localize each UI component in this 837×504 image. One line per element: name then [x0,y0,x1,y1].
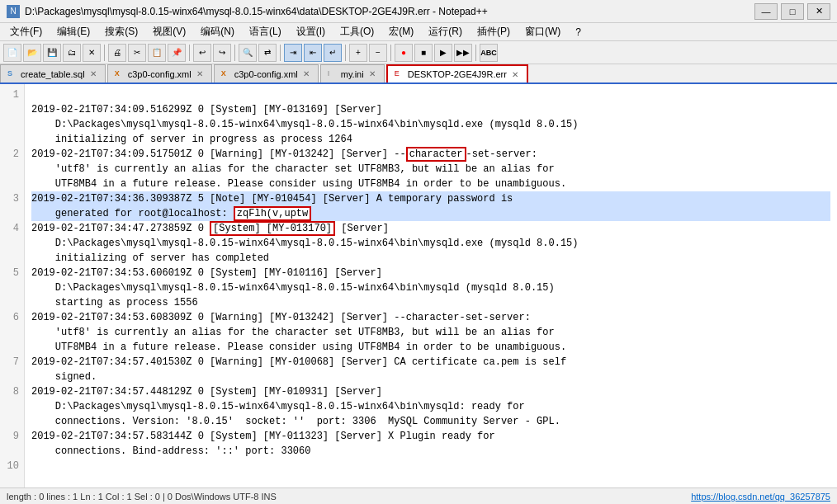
highlight-character: character [406,147,466,162]
close-button[interactable]: ✕ [807,3,830,20]
toolbar-paste[interactable]: 📌 [168,44,186,62]
menu-file[interactable]: 文件(F) [3,23,49,40]
title-bar-left: N D:\Packages\mysql\mysql-8.0.15-winx64\… [7,5,488,18]
toolbar: 📄 📂 💾 🗂 ✕ 🖨 ✂ 📋 📌 ↩ ↪ 🔍 ⇄ ⇥ ⇤ ↵ + − ● ■ … [0,41,837,64]
toolbar-abc[interactable]: ABC [480,44,498,62]
toolbar-save[interactable]: 💾 [43,44,61,62]
tab-close-4[interactable]: ✕ [510,69,520,80]
line-num-2: 2 [5,147,19,162]
line-num-8-spacer [5,399,19,429]
title-bar: N D:\Packages\mysql\mysql-8.0.15-winx64\… [0,0,837,23]
menu-encoding[interactable]: 编码(N) [194,23,241,40]
line-num-7: 7 [5,355,19,370]
toolbar-sep-6 [390,45,391,61]
menu-search[interactable]: 搜索(S) [98,23,144,40]
tab-myini[interactable]: I my.ini ✕ [320,64,385,82]
toolbar-sep-3 [234,45,235,61]
tab-icon-err: E [395,69,404,79]
menu-macro[interactable]: 宏(M) [382,23,420,40]
line-num-2-spacer [5,162,19,191]
highlight-system: [System] [MY-013170] [210,221,335,236]
tab-close-0[interactable]: ✕ [88,68,98,79]
menu-tools[interactable]: 工具(O) [333,23,381,40]
line-num-4-spacer [5,236,19,266]
menu-help[interactable]: ? [569,25,588,40]
line-num-7-spacer [5,370,19,384]
code-line-5: 2019-02-21T07:34:53.606019Z 0 [System] [… [31,266,830,310]
toolbar-wrap[interactable]: ↵ [324,44,342,62]
toolbar-sep-5 [345,45,346,61]
line-num-3: 3 [5,191,19,206]
tab-label-2: c3p0-config.xml [234,69,298,79]
code-editor[interactable]: 2019-02-21T07:34:09.516299Z 0 [System] [… [25,84,837,488]
highlight-password: zqFlh(v,uptw [234,206,311,221]
toolbar-save-all[interactable]: 🗂 [63,44,81,62]
toolbar-macro-stop[interactable]: ■ [414,44,433,62]
tab-label-1: c3p0-config.xml [128,69,192,79]
line-num-6: 6 [5,310,19,325]
tab-close-3[interactable]: ✕ [367,68,377,79]
status-right-link[interactable]: https://blog.csdn.net/qq_36257875 [691,492,830,502]
toolbar-sep-4 [280,45,281,61]
line-num-1-spacer [5,102,19,147]
tab-c3p0-1[interactable]: X c3p0-config.xml ✕ [107,64,212,82]
toolbar-new[interactable]: 📄 [3,44,21,62]
line-num-9: 9 [5,429,19,444]
line-num-5-spacer [5,280,19,310]
tab-icon-sql: S [7,69,17,79]
menu-plugins[interactable]: 插件(P) [471,23,517,40]
tab-err-active[interactable]: E DESKTOP-2GE4J9R.err ✕ [386,64,528,82]
toolbar-macro-rec[interactable]: ● [395,44,413,62]
toolbar-outdent[interactable]: ⇤ [304,44,322,62]
toolbar-macro-run[interactable]: ▶▶ [454,44,472,62]
maximize-button[interactable]: □ [781,3,804,20]
code-line-9: 2019-02-21T07:34:57.583144Z 0 [System] [… [31,429,830,459]
menu-language[interactable]: 语言(L) [243,23,288,40]
toolbar-macro-play[interactable]: ▶ [434,44,452,62]
title-text: D:\Packages\mysql\mysql-8.0.15-winx64\my… [25,6,488,17]
tab-label-3: my.ini [341,69,364,79]
toolbar-find[interactable]: 🔍 [239,44,257,62]
window-controls: — □ ✕ [754,3,830,20]
toolbar-zoom-out[interactable]: − [369,44,387,62]
toolbar-replace[interactable]: ⇄ [258,44,277,62]
menu-view[interactable]: 视图(V) [146,23,192,40]
toolbar-zoom-in[interactable]: + [349,44,367,62]
line-num-3-spacer [5,206,19,221]
toolbar-cut[interactable]: ✂ [128,44,146,62]
toolbar-undo[interactable]: ↩ [193,44,211,62]
code-line-6: 2019-02-21T07:34:53.608309Z 0 [Warning] … [31,310,830,355]
menu-bar: 文件(F) 编辑(E) 搜索(S) 视图(V) 编码(N) 语言(L) 设置(I… [0,23,837,41]
toolbar-sep-1 [104,45,105,61]
line-num-4: 4 [5,221,19,236]
tab-label-4: DESKTOP-2GE4J9R.err [408,69,507,79]
line-num-1: 1 [5,87,19,102]
content-area: 1 2 3 4 5 6 7 8 9 10 2019-02-21T07:34:09… [0,84,837,488]
toolbar-open[interactable]: 📂 [23,44,41,62]
menu-edit[interactable]: 编辑(E) [50,23,97,40]
tab-close-1[interactable]: ✕ [195,68,205,79]
tab-create-table-sql[interactable]: S create_table.sql ✕ [0,64,106,82]
tab-bar: S create_table.sql ✕ X c3p0-config.xml ✕… [0,64,837,84]
toolbar-redo[interactable]: ↪ [213,44,231,62]
line-numbers: 1 2 3 4 5 6 7 8 9 10 [0,84,25,488]
menu-window[interactable]: 窗口(W) [518,23,567,40]
menu-run[interactable]: 运行(R) [422,23,469,40]
toolbar-sep-7 [475,45,476,61]
toolbar-sep-2 [189,45,190,61]
toolbar-close[interactable]: ✕ [83,44,101,62]
tab-icon-ini: I [328,69,338,79]
tab-close-2[interactable]: ✕ [301,68,311,79]
toolbar-copy[interactable]: 📋 [148,44,166,62]
minimize-button[interactable]: — [754,3,778,20]
code-line-2: 2019-02-21T07:34:09.517501Z 0 [Warning] … [31,147,830,191]
code-line-4: 2019-02-21T07:34:47.273859Z 0 [System] [… [31,221,830,266]
tab-icon-xml-2: X [221,69,231,79]
menu-settings[interactable]: 设置(I) [290,23,332,40]
status-left: length : 0 lines : 1 Ln : 1 Col : 1 Sel … [7,492,277,502]
toolbar-print[interactable]: 🖨 [108,44,126,62]
line-num-5: 5 [5,266,19,280]
toolbar-indent[interactable]: ⇥ [284,44,302,62]
tab-c3p0-2[interactable]: X c3p0-config.xml ✕ [214,64,319,82]
line-num-10: 10 [5,459,19,473]
